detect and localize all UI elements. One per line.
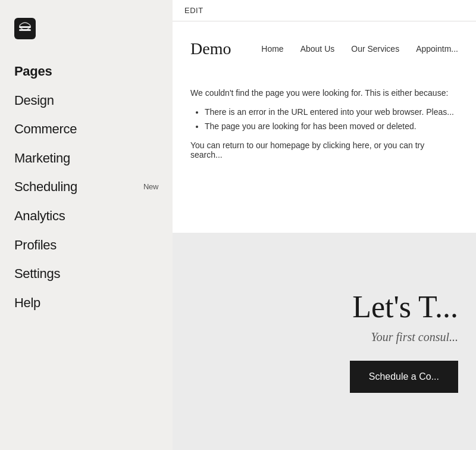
cta-button[interactable]: Schedule a Co... xyxy=(350,361,458,393)
sidebar-item-label: Pages xyxy=(14,63,52,80)
error-intro: We couldn't find the page you were looki… xyxy=(190,88,458,98)
sidebar-item-profiles[interactable]: Profiles xyxy=(0,231,173,260)
main-area: EDIT Demo Home About Us Our Services App… xyxy=(173,0,476,450)
sidebar-item-design[interactable]: Design xyxy=(0,86,173,115)
sidebar-item-marketing[interactable]: Marketing xyxy=(0,144,173,173)
edit-bar: EDIT xyxy=(173,0,476,21)
sidebar-nav: Pages Design Commerce Marketing Scheduli… xyxy=(0,51,173,323)
preview-container: Demo Home About Us Our Services Appointm… xyxy=(173,21,476,450)
squarespace-logo-icon[interactable] xyxy=(14,18,36,39)
sidebar-item-label: Marketing xyxy=(14,150,70,167)
sidebar-item-label: Settings xyxy=(14,265,60,283)
preview-nav-links: Home About Us Our Services Appointm... xyxy=(261,44,458,54)
preview-site-title: Demo xyxy=(190,39,231,58)
sidebar-item-label: Analytics xyxy=(14,208,65,225)
scheduling-badge: New xyxy=(143,182,158,192)
nav-link-about[interactable]: About Us xyxy=(300,44,335,54)
sidebar-item-commerce[interactable]: Commerce xyxy=(0,115,173,144)
sidebar-item-settings[interactable]: Settings xyxy=(0,260,173,289)
sidebar-item-label: Design xyxy=(14,92,54,110)
sidebar-item-help[interactable]: Help xyxy=(0,289,173,318)
error-bullet-2: The page you are looking for has been mo… xyxy=(205,121,458,131)
sidebar-item-analytics[interactable]: Analytics xyxy=(0,202,173,231)
sidebar: Pages Design Commerce Marketing Scheduli… xyxy=(0,0,173,450)
logo-area xyxy=(0,12,173,51)
cta-subtext: Your first consul... xyxy=(371,330,458,344)
cta-section: Let's T... Your first consul... Schedule… xyxy=(173,233,476,450)
nav-link-appointments[interactable]: Appointm... xyxy=(416,44,458,54)
sidebar-item-label: Commerce xyxy=(14,121,77,138)
nav-link-home[interactable]: Home xyxy=(261,44,283,54)
error-bullets: There is an error in the URL entered int… xyxy=(190,107,458,131)
page-white-section: Demo Home About Us Our Services Appointm… xyxy=(173,21,476,233)
preview-nav: Demo Home About Us Our Services Appointm… xyxy=(190,39,458,82)
error-footer: You can return to our homepage by clicki… xyxy=(190,140,458,160)
sidebar-item-label: Help xyxy=(14,295,40,312)
sidebar-item-pages[interactable]: Pages xyxy=(0,57,173,86)
error-content: We couldn't find the page you were looki… xyxy=(190,82,458,171)
sidebar-item-label: Scheduling xyxy=(14,179,77,196)
nav-link-services[interactable]: Our Services xyxy=(351,44,399,54)
cta-heading: Let's T... xyxy=(352,290,458,324)
sidebar-item-label: Profiles xyxy=(14,237,57,254)
svg-rect-0 xyxy=(14,18,36,39)
sidebar-item-scheduling[interactable]: Scheduling New xyxy=(0,173,173,202)
error-bullet-1: There is an error in the URL entered int… xyxy=(205,107,458,117)
edit-label: EDIT xyxy=(184,6,203,15)
